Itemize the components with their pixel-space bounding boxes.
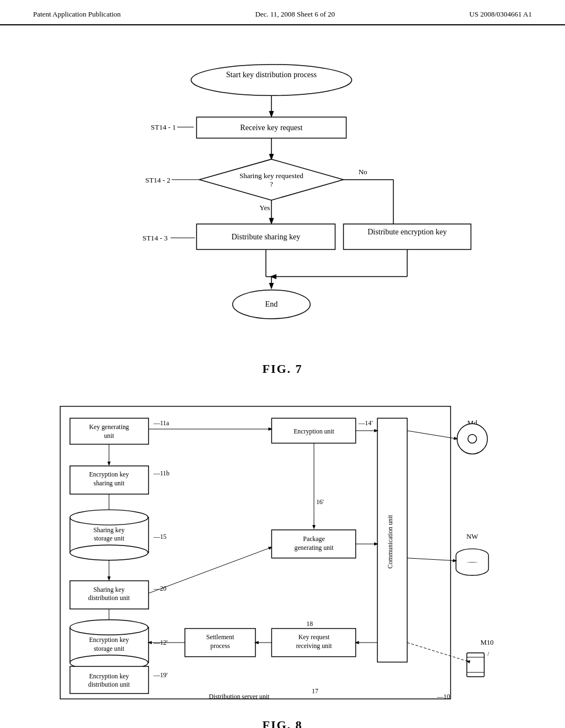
svg-point-95	[468, 435, 477, 443]
svg-text:process: process	[210, 642, 230, 650]
fig8-svg: Key generating unit —11a Encryption key …	[33, 387, 532, 718]
svg-text:storage unit: storage unit	[94, 645, 125, 652]
svg-text:Encryption key: Encryption key	[89, 636, 129, 644]
svg-text:Distribute  sharing key: Distribute sharing key	[231, 232, 300, 241]
fig8-container: Key generating unit —11a Encryption key …	[33, 387, 532, 718]
header-left: Patent Application Publication	[33, 10, 121, 19]
svg-text:Encryption key: Encryption key	[89, 672, 129, 680]
svg-text:Distribution server unit: Distribution server unit	[209, 693, 270, 700]
svg-text:Settlement: Settlement	[206, 633, 234, 641]
svg-text:unit: unit	[104, 432, 114, 440]
svg-text:—15: —15	[153, 533, 167, 540]
svg-text:generating unit: generating unit	[294, 544, 334, 552]
svg-text:Communication unit: Communication unit	[386, 515, 394, 569]
svg-rect-109	[467, 653, 484, 677]
svg-text:distribution  unit: distribution unit	[88, 681, 130, 688]
svg-point-46	[70, 545, 148, 560]
svg-text:Sharing key: Sharing key	[93, 526, 125, 534]
svg-text:Yes: Yes	[259, 204, 270, 212]
fig7-svg: Start key distribution process ST14 - 1 …	[33, 42, 532, 362]
svg-text:Key request: Key request	[299, 633, 330, 641]
svg-text:Receive key  request: Receive key request	[240, 123, 302, 132]
svg-text:Encryption key: Encryption key	[89, 470, 129, 478]
svg-text:16': 16'	[316, 498, 324, 506]
svg-text:receiving unit: receiving unit	[296, 642, 332, 650]
svg-text:—10: —10	[436, 693, 450, 700]
svg-text:—14': —14'	[358, 419, 373, 427]
svg-text:ST14 - 3: ST14 - 3	[142, 234, 168, 242]
main-content: Start key distribution process ST14 - 1 …	[0, 25, 565, 728]
svg-text:ST14 - 1: ST14 - 1	[151, 123, 176, 131]
svg-text:distribution  unit: distribution unit	[88, 594, 130, 602]
svg-rect-100	[456, 555, 488, 563]
svg-text:Encryption unit: Encryption unit	[294, 427, 334, 435]
svg-text:M10: M10	[481, 639, 494, 646]
svg-text:Start key  distribution proces: Start key distribution process	[226, 70, 317, 79]
svg-text:—19': —19'	[153, 671, 168, 679]
svg-text:Package: Package	[303, 535, 324, 543]
page-header: Patent Application Publication Dec. 11, …	[0, 0, 565, 25]
svg-point-58	[70, 620, 148, 635]
svg-text:Distribute  encryption key: Distribute encryption key	[367, 227, 447, 236]
svg-text:NW: NW	[466, 533, 478, 540]
svg-text:17: 17	[312, 687, 318, 695]
header-right: US 2008/0304661 A1	[470, 10, 532, 19]
svg-text:—11b: —11b	[153, 469, 169, 477]
svg-text:No: No	[359, 168, 367, 176]
fig7-label: FIG. 7	[33, 362, 532, 376]
fig8-label: FIG. 8	[33, 718, 532, 728]
svg-text:storage unit: storage unit	[94, 534, 125, 542]
fig7-container: Start key distribution process ST14 - 1 …	[33, 42, 532, 362]
svg-text:End: End	[265, 299, 278, 308]
svg-text:Key generating: Key generating	[89, 423, 129, 431]
svg-text:Sharing key: Sharing key	[93, 586, 125, 593]
svg-text:—11a: —11a	[153, 419, 169, 427]
svg-rect-104	[456, 563, 488, 569]
svg-point-45	[70, 510, 148, 525]
svg-text:18: 18	[306, 620, 313, 628]
svg-text:Sharing key requested: Sharing key requested	[239, 172, 303, 180]
svg-text:sharing unit: sharing unit	[94, 479, 125, 487]
svg-text:/: /	[487, 650, 489, 657]
svg-text:ST14 - 2: ST14 - 2	[145, 176, 170, 184]
header-center: Dec. 11, 2008 Sheet 6 of 20	[255, 10, 335, 19]
svg-point-0	[191, 65, 351, 95]
svg-text:?: ?	[270, 180, 273, 188]
